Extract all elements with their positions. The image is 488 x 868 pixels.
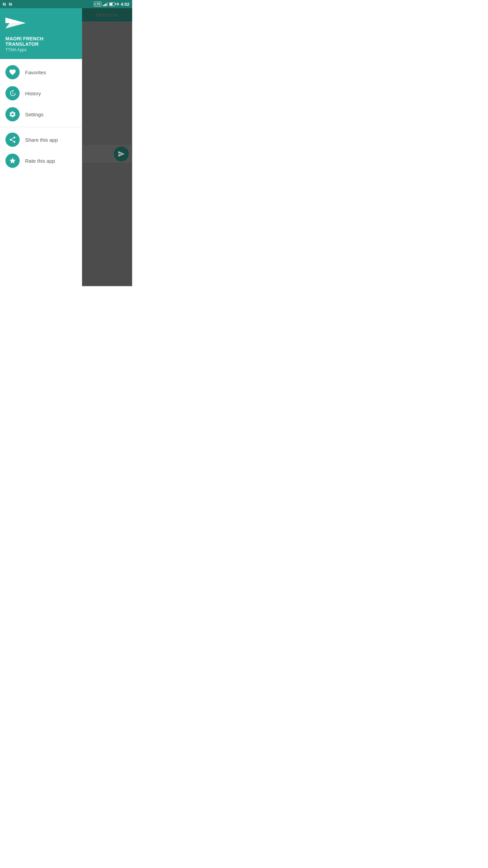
favorites-label: Favorites (25, 70, 46, 75)
heart-icon (9, 68, 16, 76)
status-bar: N N LTE 4:02 (0, 0, 132, 8)
svg-text:N: N (3, 2, 6, 6)
battery-icon (109, 2, 115, 6)
app-title: MAORI FRENCH TRANSLATOR (5, 36, 77, 47)
n-icon-2: N (9, 2, 14, 6)
time-display: 4:02 (121, 2, 129, 7)
share-icon (9, 136, 16, 143)
drawer-overlay[interactable] (82, 8, 132, 286)
rate-icon-circle (5, 154, 20, 168)
gear-icon (9, 111, 16, 118)
star-icon (9, 157, 16, 164)
navigation-drawer: MAORI FRENCH TRANSLATOR TTMA Apps Favori… (0, 8, 82, 286)
app-container: MAORI FRENCH TRANSLATOR TTMA Apps Favori… (0, 8, 132, 286)
svg-text:N: N (9, 2, 12, 6)
nav-item-rate[interactable]: Rate this app (0, 150, 82, 171)
main-panel: FRENCH (82, 8, 132, 286)
nav-divider (0, 127, 82, 127)
share-label: Share this app (25, 137, 58, 143)
nav-item-share[interactable]: Share this app (0, 129, 82, 150)
nav-list: Favorites History (0, 59, 82, 286)
clock-icon (9, 90, 16, 97)
drawer-header: MAORI FRENCH TRANSLATOR TTMA Apps (0, 8, 82, 59)
svg-marker-2 (117, 2, 119, 6)
share-icon-circle (5, 133, 20, 147)
svg-marker-4 (5, 18, 26, 23)
app-subtitle: TTMA Apps (5, 47, 77, 52)
nav-item-favorites[interactable]: Favorites (0, 62, 82, 83)
signal-icon (103, 2, 108, 6)
history-label: History (25, 91, 41, 96)
favorites-icon-circle (5, 65, 20, 79)
nav-item-history[interactable]: History (0, 83, 82, 104)
n-icon-1: N (3, 2, 7, 6)
history-icon-circle (5, 86, 20, 100)
status-right-icons: LTE 4:02 (94, 2, 129, 7)
lte-badge: LTE (94, 2, 101, 7)
charging-icon (117, 2, 119, 6)
settings-icon-circle (5, 107, 20, 121)
status-left-icons: N N (3, 2, 14, 6)
rate-label: Rate this app (25, 158, 55, 164)
app-logo (5, 15, 77, 33)
nav-item-settings[interactable]: Settings (0, 104, 82, 125)
settings-label: Settings (25, 112, 43, 117)
